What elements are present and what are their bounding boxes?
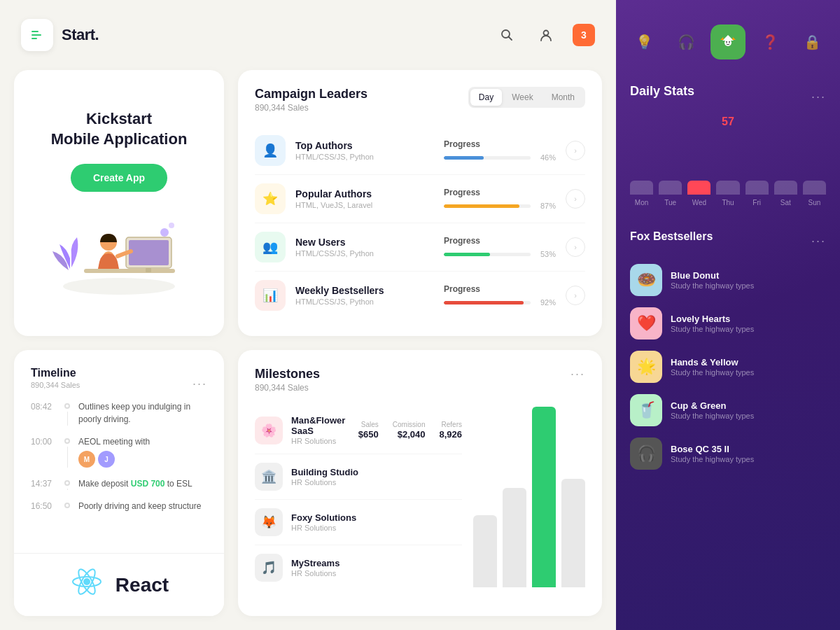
- progress-bar-wrap: 87%: [444, 202, 556, 210]
- campaign-card: Campaign Leaders 890,344 Sales Day Week …: [238, 70, 602, 336]
- milestone-bar: [561, 407, 585, 587]
- daily-bar-fill: [746, 181, 769, 195]
- fox-thumb: 🌟: [630, 351, 662, 383]
- progress-bar-bg: [444, 253, 531, 256]
- svg-point-22: [726, 41, 727, 43]
- tab-month[interactable]: Month: [543, 89, 583, 106]
- svg-line-4: [509, 37, 512, 41]
- search-icon[interactable]: [494, 22, 519, 48]
- main-area: Start. 3 Kickstart Mob: [0, 0, 616, 630]
- campaign-info: Popular Authors HTML, VueJS, Laravel: [295, 188, 434, 209]
- milestones-title: Milestones: [255, 367, 320, 382]
- daily-bar-fill: [630, 181, 653, 195]
- campaign-chevron[interactable]: ›: [566, 237, 585, 257]
- sidebar-icon-fox[interactable]: [710, 24, 746, 59]
- bar-day-label: Mon: [635, 199, 648, 206]
- milestones-content: 🌸 Man&Flower SaaS HR Solutions Sales $65…: [255, 407, 585, 590]
- timeline-avatars: M J: [78, 451, 150, 468]
- campaign-icon: ⭐: [255, 183, 286, 214]
- fox-item-name: Bose QC 35 II: [671, 444, 754, 454]
- campaign-chevron[interactable]: ›: [566, 286, 585, 305]
- svg-rect-7: [84, 269, 175, 273]
- campaign-chevron[interactable]: ›: [566, 189, 585, 209]
- progress-pct: 92%: [536, 298, 556, 307]
- fox-thumb: ❤️: [630, 307, 662, 340]
- campaign-row: ⭐ Popular Authors HTML, VueJS, Laravel P…: [255, 175, 585, 223]
- daily-bar-fill: [659, 181, 682, 195]
- header: Start. 3: [0, 0, 616, 70]
- timeline-dot-col: [64, 477, 70, 490]
- milestone-bar-fill: [532, 407, 556, 587]
- bar-day-label: Fri: [752, 199, 761, 206]
- user-icon[interactable]: [533, 22, 559, 48]
- milestone-icon: 🎵: [255, 554, 283, 582]
- progress-label: Progress: [444, 139, 556, 149]
- timeline-more-btn[interactable]: ···: [192, 377, 207, 391]
- right-sidebar: 💡 🎧 ❓ 🔒 Daily Sta: [616, 0, 840, 630]
- stats-header: Daily Stats ···: [630, 84, 826, 110]
- stat-sales: Sales $650: [358, 421, 379, 440]
- fox-header: Fox Bestsellers ···: [630, 230, 826, 251]
- milestone-sub: HR Solutions: [291, 437, 350, 445]
- header-logo: Start.: [21, 19, 99, 51]
- fox-item-info: Bose QC 35 II Study the highway types: [671, 444, 754, 463]
- sidebar-icon-lock[interactable]: 🔒: [794, 24, 830, 59]
- progress-bar-bg: [444, 204, 531, 208]
- fox-item-info: Cup & Green Study the highway types: [671, 400, 754, 420]
- react-badge: React: [14, 553, 224, 616]
- tab-day[interactable]: Day: [470, 89, 502, 106]
- timeline-time: 08:42: [31, 400, 56, 426]
- fox-item[interactable]: 🎧 Bose QC 35 II Study the highway types: [630, 432, 826, 475]
- timeline-time: 14:37: [31, 477, 56, 490]
- campaign-subtitle: 890,344 Sales: [255, 103, 368, 113]
- sidebar-icon-bulb[interactable]: 💡: [626, 24, 662, 59]
- campaign-tech: HTML/CSS/JS, Python: [295, 153, 434, 161]
- timeline-dot-col: [64, 500, 70, 512]
- timeline-subtitle: 890,344 Sales: [31, 381, 80, 389]
- progress-bar-wrap: 92%: [444, 298, 556, 307]
- milestone-name: MyStreams: [291, 558, 462, 568]
- milestone-row: 🎵 MyStreams HR Solutions: [255, 545, 462, 590]
- react-label: React: [115, 574, 169, 596]
- daily-stats-more[interactable]: ···: [811, 90, 826, 104]
- logo-icon: [21, 19, 53, 51]
- svg-point-14: [83, 578, 90, 585]
- campaign-chevron[interactable]: ›: [566, 141, 585, 160]
- svg-rect-2: [31, 38, 37, 39]
- sidebar-icon-question[interactable]: ❓: [752, 24, 788, 59]
- campaign-rows: 👤 Top Authors HTML/CSS/JS, Python Progre…: [255, 127, 585, 319]
- fox-item[interactable]: 🥤 Cup & Green Study the highway types: [630, 388, 826, 432]
- tab-week[interactable]: Week: [503, 89, 541, 106]
- notification-badge[interactable]: 3: [573, 24, 595, 46]
- milestones-more-btn[interactable]: ···: [570, 367, 585, 382]
- milestones-card: Milestones 890,344 Sales ··· 🌸 Man&Flowe…: [238, 350, 602, 616]
- campaign-info: Weekly Bestsellers HTML/CSS/JS, Python: [295, 285, 434, 306]
- milestone-bar-fill: [503, 488, 526, 587]
- milestone-info: MyStreams HR Solutions: [291, 558, 462, 578]
- progress-bar-fill: [444, 204, 519, 208]
- progress-label: Progress: [444, 188, 556, 197]
- timeline-line: [67, 489, 68, 490]
- bar-day-label: Tue: [664, 199, 676, 206]
- svg-rect-9: [129, 240, 169, 265]
- peak-value: 57: [630, 115, 826, 128]
- milestone-row: 🦊 Foxy Solutions HR Solutions: [255, 500, 462, 545]
- stat-refers: Refers 8,926: [439, 421, 462, 440]
- create-app-button[interactable]: Create App: [71, 164, 167, 192]
- fox-item[interactable]: 🍩 Blue Donut Study the highway types: [630, 258, 826, 302]
- progress-section: Progress 92%: [444, 284, 556, 307]
- campaign-name: Weekly Bestsellers: [295, 285, 434, 296]
- stat-commission: Comission $2,040: [393, 421, 426, 440]
- fox-item[interactable]: 🌟 Hands & Yellow Study the highway types: [630, 345, 826, 388]
- milestone-icon: 🦊: [255, 508, 283, 536]
- milestone-chart: [473, 407, 585, 590]
- fox-bestsellers-section: Fox Bestsellers ··· 🍩 Blue Donut Study t…: [630, 230, 826, 475]
- chart-area: 57 Mon Tue Wed Thu Fri Sat Sun: [630, 115, 826, 214]
- fox-more[interactable]: ···: [811, 234, 826, 248]
- fox-item[interactable]: ❤️ Lovely Hearts Study the highway types: [630, 302, 826, 345]
- kickstart-title: Kickstart Mobile Application: [51, 109, 188, 149]
- sidebar-icon-headset[interactable]: 🎧: [668, 24, 704, 59]
- daily-bar-col: Fri: [746, 181, 769, 206]
- progress-section: Progress 87%: [444, 188, 556, 210]
- milestone-bar: [532, 407, 556, 587]
